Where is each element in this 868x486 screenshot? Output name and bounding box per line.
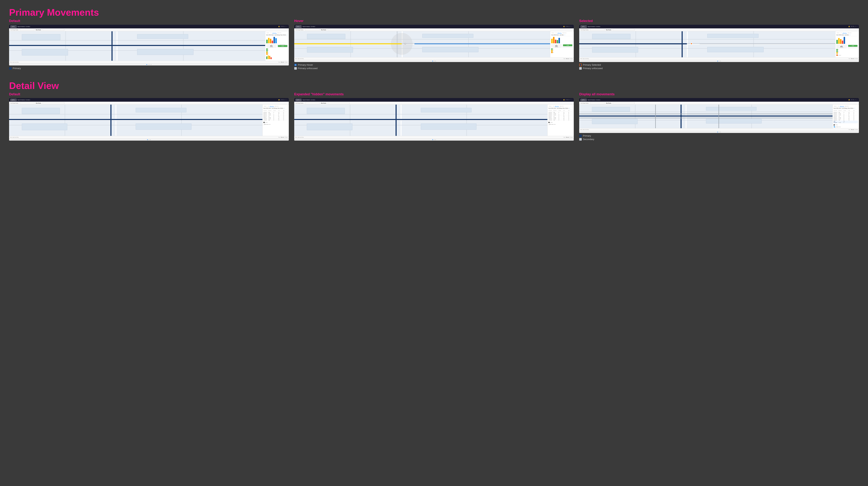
table-row: EastboundThrough2277s25 — [549, 117, 573, 118]
legend-text-hover: Primary Hover — [298, 63, 313, 66]
legend-swatch-primary-d — [579, 134, 582, 137]
refresh-icon-d2[interactable]: ↺ — [565, 99, 567, 100]
tab-diagram-h[interactable]: Diagram — [551, 32, 555, 34]
bell-icon-d3[interactable]: 🔔 — [848, 99, 850, 100]
no-data-label: No Data — [265, 122, 268, 123]
tab-approaches[interactable]: Approaches — [277, 32, 282, 34]
observed-label[interactable]: Observed — [281, 62, 284, 63]
share-icon-d3[interactable]: ↗ — [855, 99, 856, 100]
primary-movements-title: Primary Movements — [9, 7, 859, 18]
map-display-label: Map Display — [36, 29, 41, 30]
download-icon[interactable]: ⬇ — [282, 26, 283, 27]
map-area-hover[interactable] — [294, 31, 550, 57]
legend-swatch-primary — [9, 67, 12, 70]
share-icon-s[interactable]: ↗ — [855, 26, 856, 27]
refresh-icon-d1[interactable]: ↺ — [281, 99, 282, 100]
toggle-thumb — [264, 124, 265, 125]
app-title-sel: Signal Analytics: Corridors — [588, 26, 847, 27]
tab-diagram[interactable]: Diagram — [266, 32, 270, 34]
toggle-track[interactable] — [264, 124, 266, 125]
map-display-input-h[interactable] — [328, 29, 349, 31]
table-row: SouthboundRight1141s35 — [264, 112, 288, 113]
detail-subtoolbar-default: Time Range Display Map Display — [9, 102, 289, 104]
side-panel-all: Diagram List Movements Approaches North … — [833, 104, 859, 128]
menu-icon[interactable]: ⋯ — [286, 26, 287, 27]
legend-swatch-hover — [294, 64, 297, 66]
selected-label: Selected — [579, 19, 859, 23]
share-icon[interactable]: ↗ — [284, 26, 285, 27]
menu-icon-d2[interactable]: ⋯ — [571, 99, 572, 100]
map-display-label-h: Map Display — [321, 29, 326, 30]
toolbar-icons: 🔔 ↺ ⬇ ↗ ⋯ — [278, 26, 287, 27]
bell-icon-h[interactable]: 🔔 — [563, 26, 565, 27]
detail-map-default[interactable] — [9, 104, 262, 136]
screen-topbar-selected: INRIX Signal Analytics: Corridors 🔔 ↺ ⬇ … — [579, 25, 859, 28]
detail-table: Inbound Dir Movement Through Stop App So… — [264, 110, 288, 121]
tab-approaches-h[interactable]: Approaches — [562, 32, 567, 34]
map-area-default[interactable] — [9, 31, 265, 61]
detail-expanded-panel: Expanded "hidden" movements INRIX Signal… — [294, 92, 574, 141]
time-range-input-h[interactable] — [305, 29, 319, 31]
tab-movements-h[interactable]: Movements — [557, 32, 562, 34]
tab-movements[interactable]: Movements — [272, 32, 277, 34]
menu-icon-h[interactable]: ⋯ — [571, 26, 572, 27]
time-range-input[interactable] — [20, 29, 34, 31]
refresh-icon-s[interactable]: ↺ — [851, 26, 852, 27]
refresh-icon-h[interactable]: ↺ — [565, 26, 567, 27]
toolbar-icons-d2: 🔔 ↺ ⬇ ↗ ⋯ — [563, 99, 572, 100]
tab-list[interactable]: List — [270, 32, 272, 34]
detail-default-screen: INRIX Signal Analytics: Corridors 🔔 ↺ ⬇ … — [9, 98, 289, 141]
detail-nav-expanded — [294, 139, 574, 141]
bell-icon-d2[interactable]: 🔔 — [563, 99, 565, 100]
edit-icon-dd[interactable]: ✎ — [284, 108, 285, 109]
table-row: SouthboundThrough4488s33 — [549, 118, 573, 120]
refresh-icon-d3[interactable]: ↺ — [851, 99, 852, 100]
bell-icon[interactable]: 🔔 — [278, 26, 280, 27]
detail-map-all[interactable] — [579, 104, 833, 128]
table-row: WestboundLeft1680s53 — [549, 116, 573, 117]
screen-topbar-hover: INRIX Signal Analytics: Corridors 🔔 ↺ ⬇ … — [294, 25, 574, 28]
legend-text-primary-d: Primary — [583, 134, 591, 137]
edit-icon-sel[interactable]: ✎ — [849, 34, 850, 35]
street-name-exp: North 205th Street - Lake Ballinger Way … — [549, 108, 569, 109]
download-icon-s[interactable]: ⬇ — [852, 26, 854, 27]
display-on-map-toggle[interactable]: Display on map — [264, 124, 288, 125]
legend-text-selected: Primary Selected — [583, 63, 601, 66]
edit-icon-exp[interactable]: ✎ — [569, 108, 570, 109]
traffic-bars-2 — [266, 56, 288, 59]
refresh-icon[interactable]: ↺ — [281, 26, 282, 27]
app-logo-d1: INRIX — [10, 99, 17, 101]
download-icon-h[interactable]: ⬇ — [567, 26, 568, 27]
no-data-row: No Data — [264, 121, 288, 123]
delay-stat-h: 17.8 — [562, 44, 573, 48]
detail-map-expanded[interactable] — [294, 104, 548, 136]
default-label: Default — [9, 19, 289, 23]
bell-icon-d1[interactable]: 🔔 — [278, 99, 280, 100]
map-display-input[interactable] — [42, 29, 64, 31]
screen-subtoolbar-selected: Time Range Display Map Display — [579, 28, 859, 31]
screen-bottombar-selected: Metric : Avg Control Delay Data Observed… — [579, 57, 859, 60]
download-icon-d2[interactable]: ⬇ — [567, 99, 568, 100]
edit-icon[interactable]: ✎ — [287, 34, 287, 35]
download-icon-d1[interactable]: ⬇ — [282, 99, 283, 100]
bell-icon-s[interactable]: 🔔 — [848, 26, 850, 27]
share-icon-h[interactable]: ↗ — [569, 26, 570, 27]
legend-text-primary: Primary — [13, 67, 21, 70]
edit-icon-h[interactable]: ✎ — [564, 34, 565, 35]
app-title-d3: Signal Analytics: Corridors — [588, 99, 847, 100]
share-icon-d1[interactable]: ↗ — [284, 99, 285, 100]
menu-icon-s[interactable]: ⋯ — [856, 26, 858, 27]
menu-icon-d1[interactable]: ⋯ — [286, 99, 287, 100]
vol-stat: Vol 861 Total Vehicles — [266, 44, 277, 48]
edit-icon-all[interactable]: ✎ — [855, 108, 855, 109]
scaled-label[interactable]: 0 Scaled — [285, 62, 288, 63]
hover-panel: Hover INRIX Signal Analytics: Corridors … — [294, 19, 574, 70]
legend-detail-all: Primary Secondary — [579, 134, 859, 141]
table-row: SouthboundRight2063s25 — [834, 120, 858, 121]
screen-nav-selected — [579, 60, 859, 62]
download-icon-d3[interactable]: ⬇ — [852, 99, 854, 100]
map-area-selected[interactable] — [579, 31, 835, 57]
share-icon-d2[interactable]: ↗ — [569, 99, 570, 100]
tab-list-h[interactable]: List — [555, 32, 557, 34]
menu-icon-d3[interactable]: ⋯ — [856, 99, 858, 100]
